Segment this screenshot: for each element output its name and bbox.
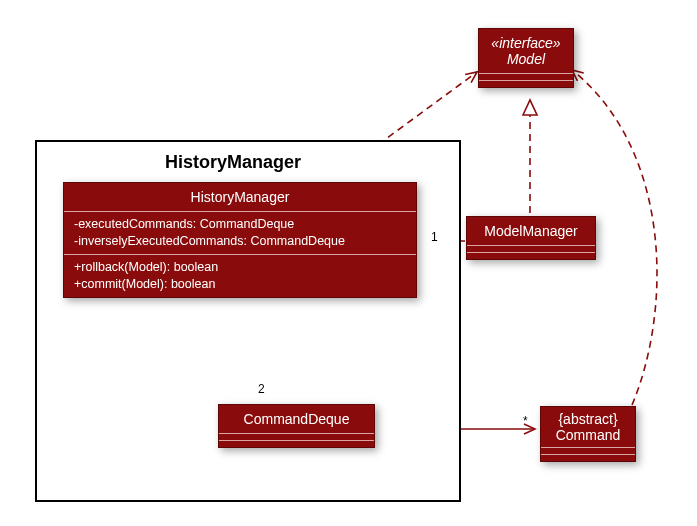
multiplicity-label: * bbox=[523, 414, 528, 428]
class-attributes: -executedCommands: CommandDeque -inverse… bbox=[64, 212, 416, 254]
class-attr: -executedCommands: CommandDeque bbox=[74, 216, 406, 233]
class-title: HistoryManager bbox=[64, 183, 416, 211]
class-name: Model bbox=[507, 51, 545, 67]
class-name: ModelManager bbox=[484, 223, 577, 239]
class-title: {abstract} Command bbox=[541, 407, 635, 447]
class-op: +rollback(Model): boolean bbox=[74, 259, 406, 276]
package-label: HistoryManager bbox=[165, 152, 301, 173]
class-name: CommandDeque bbox=[244, 411, 350, 427]
class-attr: -inverselyExecutedCommands: CommandDeque bbox=[74, 233, 406, 250]
class-empty-section bbox=[541, 455, 635, 461]
class-model-interface: «interface» Model bbox=[478, 28, 574, 88]
class-name: Command bbox=[556, 427, 621, 443]
class-name: HistoryManager bbox=[191, 189, 290, 205]
class-empty-section bbox=[219, 441, 374, 447]
class-title: CommandDeque bbox=[219, 405, 374, 433]
class-empty-section bbox=[479, 81, 573, 87]
class-command: {abstract} Command bbox=[540, 406, 636, 462]
class-op: +commit(Model): boolean bbox=[74, 276, 406, 293]
multiplicity-label: 1 bbox=[431, 230, 438, 244]
class-operations: +rollback(Model): boolean +commit(Model)… bbox=[64, 255, 416, 297]
class-command-deque: CommandDeque bbox=[218, 404, 375, 448]
multiplicity-label: 2 bbox=[258, 382, 265, 396]
class-history-manager: HistoryManager -executedCommands: Comman… bbox=[63, 182, 417, 298]
class-title: «interface» Model bbox=[479, 29, 573, 73]
abstract-label: {abstract} bbox=[549, 411, 627, 427]
stereotype-label: «interface» bbox=[489, 35, 563, 51]
class-model-manager: ModelManager bbox=[466, 216, 596, 260]
class-empty-section bbox=[467, 253, 595, 259]
class-title: ModelManager bbox=[467, 217, 595, 245]
